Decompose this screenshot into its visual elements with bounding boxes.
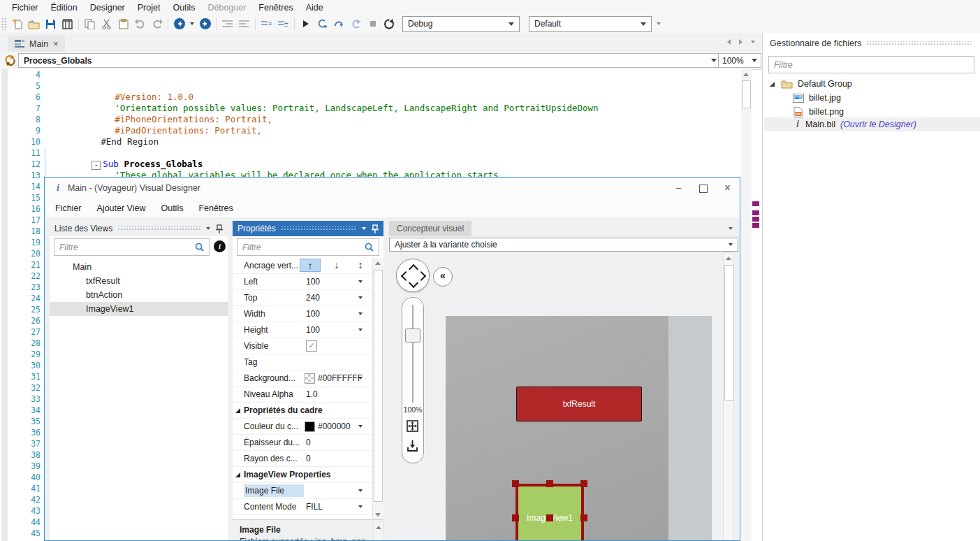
close-button[interactable]: × — [715, 178, 740, 199]
package-button[interactable] — [59, 16, 75, 31]
anchor-top-button[interactable]: ↑ — [300, 259, 321, 272]
menu-item[interactable]: Projet — [131, 3, 167, 13]
file-row[interactable]: billet.png — [764, 105, 980, 119]
property-value[interactable]: FILL — [306, 502, 323, 512]
symbol-combo[interactable]: Process_Globals — [18, 53, 722, 68]
open-designer-link[interactable]: (Ouvrir le Designer) — [840, 120, 916, 129]
property-value[interactable]: #000000 — [318, 421, 351, 431]
visual-designer-window[interactable]: i Main - (Voyageur) Visual Designer – × … — [44, 177, 740, 541]
info-icon[interactable]: i — [214, 240, 226, 252]
resize-handle-top-left[interactable] — [512, 480, 519, 487]
file-row-selected[interactable]: i Main.bil (Ouvrir le Designer) — [764, 117, 980, 131]
scroll-up-icon[interactable] — [743, 73, 749, 76]
views-panel-header[interactable]: Liste des Views — [50, 221, 228, 236]
menu-item[interactable]: Fichier — [6, 3, 45, 13]
property-label-selected[interactable]: Image File — [244, 484, 304, 497]
open-project-button[interactable] — [26, 16, 42, 31]
property-row-anchor[interactable]: Ancrage vert... ↑ ↓ ↕ — [233, 258, 372, 274]
slider-thumb[interactable] — [405, 329, 420, 342]
property-row-left[interactable]: Left 100 — [233, 274, 372, 290]
minimize-button[interactable]: – — [666, 178, 691, 199]
file-group-row[interactable]: Default Group — [764, 77, 980, 91]
chevron-down-icon[interactable] — [362, 227, 366, 230]
save-layout-button[interactable] — [406, 439, 419, 452]
color-swatch-transparent[interactable] — [305, 373, 315, 384]
new-file-button[interactable] — [9, 16, 25, 31]
section-row-imageview[interactable]: ImageView Properties — [233, 467, 372, 483]
property-row-background[interactable]: Background... #00FFFFFF — [233, 370, 372, 387]
save-button[interactable] — [43, 16, 59, 31]
pan-right-icon[interactable] — [416, 271, 426, 281]
pin-icon[interactable] — [372, 224, 379, 233]
pin-icon[interactable] — [216, 224, 223, 233]
move-handle-center[interactable] — [546, 514, 553, 521]
property-value[interactable]: 100 — [306, 309, 320, 319]
property-value[interactable]: 0 — [306, 454, 311, 463]
breakpoint-margin[interactable] — [1, 69, 8, 541]
view-tree-item[interactable]: txfResult — [50, 274, 228, 288]
run-button[interactable] — [298, 16, 314, 31]
properties-scrollbar[interactable] — [372, 258, 383, 519]
step-out-button[interactable] — [348, 16, 364, 31]
tab-main[interactable]: Main × — [8, 36, 65, 52]
scrollbar-thumb[interactable] — [374, 270, 383, 502]
menu-item[interactable]: Designer — [84, 3, 131, 13]
property-row-tag[interactable]: Tag — [233, 354, 372, 370]
chevron-down-icon[interactable] — [358, 312, 363, 315]
indent-button[interactable] — [236, 16, 252, 31]
scroll-tabs-left-icon[interactable] — [727, 39, 731, 45]
step-over-button[interactable] — [331, 16, 347, 31]
property-row-visible[interactable]: Visible ✓ — [233, 338, 372, 354]
step-into-button[interactable] — [314, 16, 330, 31]
widget-txfresult[interactable]: txfResult — [516, 387, 642, 421]
navigate-forward-button[interactable] — [197, 16, 213, 31]
property-value[interactable]: #00FFFFFF — [318, 373, 363, 383]
property-row-border-color[interactable]: Couleur du c... #000000 — [233, 419, 372, 435]
section-expander-icon[interactable] — [235, 473, 240, 477]
slider-track[interactable] — [412, 305, 414, 403]
paste-button[interactable] — [115, 16, 131, 31]
scroll-down-icon[interactable] — [375, 513, 381, 517]
property-row-top[interactable]: Top 240 — [233, 290, 372, 306]
property-row-height[interactable]: Height 100 — [233, 322, 372, 338]
view-tree-item[interactable]: btnAction — [50, 288, 228, 302]
toolbar-overflow-icon[interactable] — [657, 22, 661, 25]
tab-visual-designer[interactable]: Concepteur visuel — [389, 221, 471, 236]
anchor-bottom-button[interactable]: ↓ — [326, 259, 347, 272]
back-history-caret[interactable] — [190, 22, 194, 25]
toolbar-grip[interactable] — [1, 17, 7, 30]
cut-button[interactable] — [98, 16, 115, 31]
section-expander-icon[interactable] — [235, 408, 240, 413]
maximize-button[interactable] — [691, 178, 715, 199]
copy-button[interactable] — [82, 16, 98, 31]
menu-item[interactable]: Déboguer — [201, 3, 252, 13]
property-row-corner-radius[interactable]: Rayon des c... 0 — [233, 451, 372, 467]
views-filter-input[interactable]: Filtre — [54, 238, 210, 256]
uncomment-button[interactable]: ± — [275, 16, 291, 31]
property-row-alpha[interactable]: Niveau Alpha 1.0 — [233, 387, 372, 403]
outdent-button[interactable] — [219, 16, 235, 31]
description-scrollbar[interactable] — [373, 521, 383, 541]
designer-menu-item[interactable]: Fenêtres — [191, 203, 240, 213]
close-icon[interactable]: × — [53, 39, 59, 48]
view-tree-item[interactable]: ImageView1 — [50, 302, 228, 316]
scrollbar-thumb[interactable] — [724, 265, 734, 401]
property-value[interactable]: 240 — [306, 293, 320, 303]
property-row-image-file[interactable]: Image File — [233, 483, 372, 499]
canvas-scrollbar[interactable] — [723, 252, 734, 540]
resize-handle-top-right[interactable] — [580, 480, 587, 487]
pause-button[interactable] — [365, 16, 381, 31]
chevron-down-icon[interactable] — [358, 489, 363, 492]
chevron-down-icon[interactable] — [358, 280, 363, 283]
property-value[interactable]: 100 — [306, 325, 320, 335]
scroll-up-icon[interactable] — [376, 526, 381, 529]
property-row-border-width[interactable]: Épaisseur du... 0 — [233, 435, 372, 451]
property-row-width[interactable]: Width 100 — [233, 306, 372, 322]
designer-menu-item[interactable]: Fichier — [47, 203, 89, 213]
property-value[interactable]: 1.0 — [306, 389, 318, 399]
designer-menu-item[interactable]: Outils — [153, 203, 191, 213]
menu-item[interactable]: Aide — [300, 3, 330, 13]
scroll-tabs-right-icon[interactable] — [739, 39, 743, 45]
resize-handle-middle-left[interactable] — [512, 514, 519, 521]
pan-left-icon[interactable] — [401, 271, 411, 281]
